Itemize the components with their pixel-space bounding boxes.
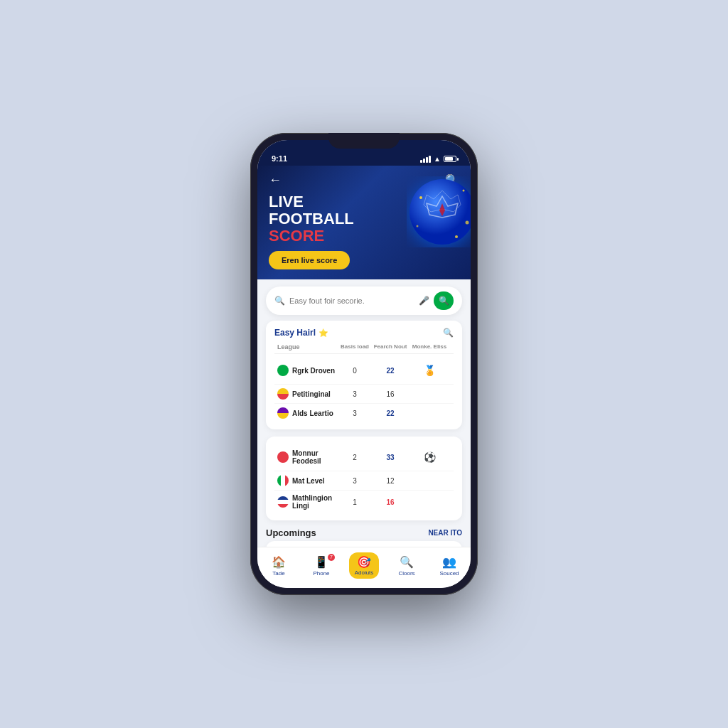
col2-value: 22 (373, 367, 408, 375)
team-badge-icon: ⚽ (419, 447, 439, 467)
team-flag (277, 451, 289, 463)
col1-value: 1 (337, 498, 373, 506)
col1-value: 3 (337, 390, 373, 398)
nav-label: Phone (313, 570, 329, 577)
col1-value: 3 (337, 410, 373, 417)
main-content: 🔍 🎤 🔍 Easy Hairl ⭐ 🔍 League (257, 279, 471, 547)
section-1-rows: Rgrk Droven 0 22 🏅 Petitinginal 3 16 Ald… (274, 357, 454, 422)
mic-icon[interactable]: 🎤 (419, 296, 429, 306)
nav-icon: 🔍 (400, 555, 414, 569)
table-row[interactable]: Alds Leartio 3 22 (274, 404, 454, 422)
nav-label: Tade (272, 570, 284, 577)
section-1-star-icon: ⭐ (318, 328, 328, 338)
upcomings-title: Upcomings (266, 528, 316, 538)
table-row[interactable]: Rgrk Droven 0 22 🏅 (274, 357, 454, 385)
team-flag (277, 475, 289, 486)
col1-value: 0 (337, 367, 373, 375)
team-cell: Monnur Feodesil (277, 449, 337, 465)
col2-value: 16 (373, 390, 408, 398)
near-ito-button[interactable]: NEAR ITO (428, 529, 462, 537)
col2-value: 33 (373, 454, 408, 461)
hero-title: LIVE FOOTBALL SCORE (269, 193, 459, 245)
team-flag (277, 407, 289, 419)
section-2: Monnur Feodesil 2 33 ⚽ Mat Level 3 12 Ma… (266, 437, 462, 520)
nav-icon: 👥 (442, 555, 456, 569)
team-name: Petitinginal (292, 390, 331, 398)
team-name: Rgrk Droven (292, 367, 335, 375)
section-1-header: Easy Hairl ⭐ 🔍 (274, 328, 454, 338)
team-flag (277, 388, 289, 400)
col2-value: 22 (373, 410, 408, 417)
team-name: Mathlingion Lingi (292, 494, 337, 510)
search-bar-container: 🔍 🎤 🔍 (266, 287, 462, 315)
team-flag (277, 365, 289, 376)
section-1-search-icon[interactable]: 🔍 (443, 328, 454, 338)
col2-value: 16 (373, 498, 408, 506)
nav-icon: 📱 (314, 555, 328, 569)
upcomings-header: Upcomings NEAR ITO (257, 528, 471, 541)
back-button[interactable]: ← (269, 173, 282, 188)
bottom-nav: 🏠 Tade 📱 Phone 7 🎯 Adoiuts 🔍 Cloors 👥 So… (257, 547, 471, 588)
team-badge-icon: 🏅 (419, 360, 439, 380)
section-1-title-row: Easy Hairl ⭐ (274, 328, 328, 338)
search-bar-icon: 🔍 (274, 296, 285, 306)
nav-item-tade[interactable]: 🏠 Tade (261, 555, 296, 577)
nav-icon: 🏠 (272, 555, 286, 569)
section-1: Easy Hairl ⭐ 🔍 League Basis load Fearch … (266, 321, 462, 429)
team-flag (277, 496, 289, 508)
svg-point-4 (463, 190, 465, 192)
nav-icon: 🎯 (357, 555, 371, 569)
table-row[interactable]: Monnur Feodesil 2 33 ⚽ (274, 444, 454, 471)
nav-label: Souced (439, 570, 459, 577)
section-2-rows: Monnur Feodesil 2 33 ⚽ Mat Level 3 12 Ma… (274, 444, 454, 513)
svg-point-5 (466, 221, 469, 225)
section-1-title: Easy Hairl (274, 328, 316, 338)
col2-value: 12 (373, 477, 408, 485)
col1-value: 2 (337, 454, 373, 461)
nav-active-bg: 🎯 Adoiuts (349, 552, 380, 579)
team-cell: Rgrk Droven (277, 365, 337, 376)
nav-label: Adoiuts (355, 569, 374, 576)
wifi-icon: ▲ (434, 155, 441, 163)
phone-screen: 9:11 ▲ ← 🔍 (257, 140, 471, 588)
nav-badge: 7 (328, 554, 335, 561)
table-row[interactable]: Petitinginal 3 16 (274, 385, 454, 404)
phone-notch (328, 133, 400, 149)
battery-icon (444, 156, 456, 162)
col1-value: 3 (337, 477, 373, 485)
search-input[interactable] (289, 296, 419, 305)
badge-cell: 🏅 (408, 360, 451, 380)
nav-item-souced[interactable]: 👥 Souced (432, 555, 467, 577)
hero-banner: ← 🔍 (257, 166, 471, 279)
team-cell: Alds Leartio (277, 407, 337, 419)
team-name: Monnur Feodesil (292, 449, 337, 465)
table-row[interactable]: Mat Level 3 12 (274, 471, 454, 491)
nav-item-adoiuts[interactable]: 🎯 Adoiuts (346, 552, 382, 579)
team-cell: Petitinginal (277, 388, 337, 400)
search-submit-icon: 🔍 (439, 296, 449, 306)
search-submit-button[interactable]: 🔍 (434, 291, 454, 310)
team-name: Mat Level (292, 477, 325, 485)
team-cell: Mathlingion Lingi (277, 494, 337, 510)
nav-item-phone[interactable]: 📱 Phone 7 (304, 555, 339, 577)
team-name: Alds Leartio (292, 410, 333, 417)
upcomings-section: Horntei Redicad 9 25 🏆 Laucagic 2 28 Clo… (266, 541, 462, 547)
signal-icon (420, 156, 431, 163)
badge-cell: ⚽ (408, 447, 451, 467)
nav-item-cloors[interactable]: 🔍 Cloors (389, 555, 424, 577)
phone-frame: 9:11 ▲ ← 🔍 (250, 133, 478, 595)
table-row[interactable]: Mathlingion Lingi 1 16 (274, 491, 454, 513)
status-icons: ▲ (420, 155, 456, 163)
nav-label: Cloors (398, 570, 414, 577)
table-header-1: League Basis load Fearch Nout Monke. Eli… (274, 343, 454, 354)
team-cell: Mat Level (277, 475, 337, 486)
hero-cta-button[interactable]: Eren live score (269, 251, 350, 269)
time-display: 9:11 (272, 154, 287, 163)
